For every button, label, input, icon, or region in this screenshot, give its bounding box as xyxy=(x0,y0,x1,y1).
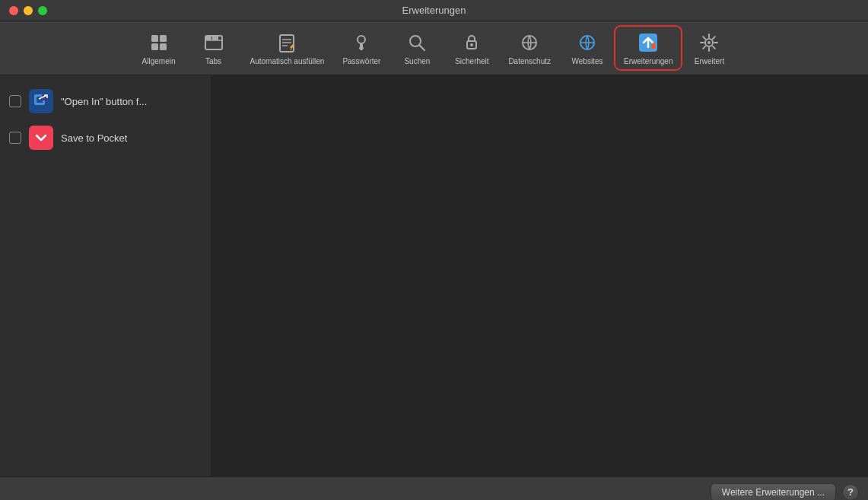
toolbar-item-search[interactable]: Suchen xyxy=(391,27,443,68)
main-area: "Open In" button f... Save to Pocket xyxy=(0,75,868,476)
toolbar-label-search: Suchen xyxy=(404,57,430,65)
titlebar: Erweiterungen xyxy=(0,0,868,21)
extensions-list: "Open In" button f... Save to Pocket xyxy=(0,75,211,476)
svg-rect-3 xyxy=(160,43,167,50)
svg-rect-5 xyxy=(205,36,211,40)
open-in-checkbox[interactable] xyxy=(9,95,21,107)
svg-point-29 xyxy=(707,41,711,44)
list-item[interactable]: "Open In" button f... xyxy=(0,83,211,119)
security-icon xyxy=(459,30,484,55)
toolbar-label-security: Sicherheit xyxy=(455,57,488,65)
pocket-checkbox[interactable] xyxy=(9,132,21,144)
minimize-button[interactable] xyxy=(24,6,33,15)
bottom-bar: Weitere Erweiterungen ... ? xyxy=(0,476,868,500)
toolbar-label-websites: Websites xyxy=(572,57,603,65)
toolbar-label-extensions: Erweiterungen xyxy=(624,57,672,65)
svg-line-17 xyxy=(420,46,425,51)
extension-detail-panel xyxy=(211,75,868,476)
privacy-icon xyxy=(517,30,542,55)
toolbar: Allgemein Tabs Automatisc xyxy=(0,21,868,75)
svg-point-19 xyxy=(470,43,473,46)
close-button[interactable] xyxy=(9,6,18,15)
passwords-icon xyxy=(349,30,374,55)
toolbar-item-privacy[interactable]: Datenschutz xyxy=(501,27,558,68)
open-in-icon xyxy=(29,89,53,113)
autofill-icon xyxy=(275,30,299,55)
svg-rect-27 xyxy=(653,43,654,45)
toolbar-item-tabs[interactable]: Tabs xyxy=(188,27,240,68)
toolbar-item-extensions[interactable]: Erweiterungen xyxy=(616,27,680,68)
allgemein-icon xyxy=(147,30,171,55)
search-icon xyxy=(405,30,429,55)
svg-line-12 xyxy=(291,49,291,50)
toolbar-label-privacy: Datenschutz xyxy=(508,57,551,65)
toolbar-item-allgemein[interactable]: Allgemein xyxy=(133,27,185,68)
toolbar-item-advanced[interactable]: Erweitert xyxy=(683,27,735,68)
toolbar-label-tabs: Tabs xyxy=(205,57,221,65)
toolbar-label-allgemein: Allgemein xyxy=(142,57,176,65)
help-button[interactable]: ? xyxy=(842,484,859,501)
svg-rect-2 xyxy=(151,43,158,50)
svg-rect-1 xyxy=(160,35,167,42)
svg-rect-0 xyxy=(151,35,158,42)
svg-line-37 xyxy=(704,46,706,49)
svg-line-34 xyxy=(704,37,706,39)
weitere-erweiterungen-button[interactable]: Weitere Erweiterungen ... xyxy=(711,483,836,501)
toolbar-label-advanced: Erweitert xyxy=(695,57,724,65)
toolbar-item-autofill[interactable]: Automatisch ausfüllen xyxy=(243,27,332,68)
svg-rect-8 xyxy=(280,35,294,52)
extensions-icon xyxy=(636,30,660,55)
svg-line-35 xyxy=(713,46,715,49)
window-title: Erweiterungen xyxy=(402,5,466,16)
toolbar-item-security[interactable]: Sicherheit xyxy=(446,27,498,68)
list-item[interactable]: Save to Pocket xyxy=(0,119,211,156)
svg-line-36 xyxy=(713,37,715,39)
advanced-icon xyxy=(697,30,721,55)
toolbar-label-autofill: Automatisch ausfüllen xyxy=(250,57,325,65)
websites-icon xyxy=(575,30,599,55)
svg-rect-14 xyxy=(360,43,363,50)
tabs-icon xyxy=(202,30,226,55)
svg-rect-6 xyxy=(212,36,218,40)
maximize-button[interactable] xyxy=(38,6,47,15)
pocket-icon xyxy=(29,126,53,150)
svg-point-13 xyxy=(358,36,365,43)
toolbar-item-passwords[interactable]: Passwörter xyxy=(335,27,388,68)
traffic-lights xyxy=(9,6,47,15)
toolbar-label-passwords: Passwörter xyxy=(342,57,380,65)
svg-rect-15 xyxy=(359,47,364,49)
svg-rect-42 xyxy=(33,129,49,146)
toolbar-item-websites[interactable]: Websites xyxy=(561,27,613,68)
pocket-label: Save to Pocket xyxy=(61,132,127,144)
open-in-label: "Open In" button f... xyxy=(61,96,147,107)
